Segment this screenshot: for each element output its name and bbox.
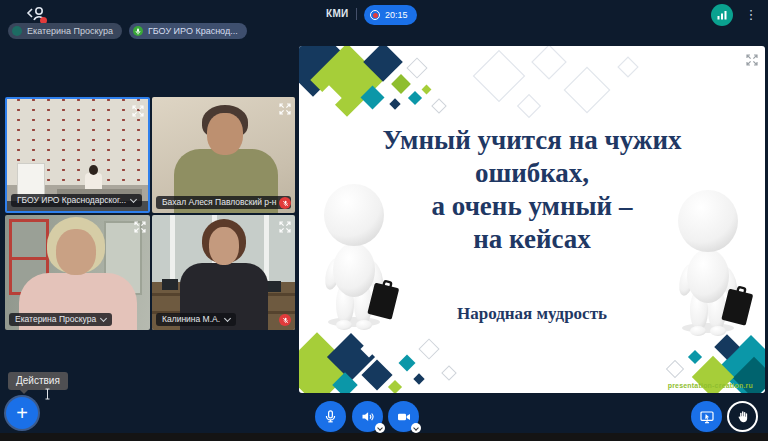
speaking-participant-pill[interactable]: ГБОУ ИРО Краснод...	[129, 23, 247, 39]
camera-options-chevron[interactable]	[411, 423, 421, 433]
pinned-participant-pills: Екатерина Проскура ГБОУ ИРО Краснод...	[8, 23, 247, 39]
video-tile-classroom[interactable]: ГБОУ ИРО Краснодарског...	[5, 97, 150, 213]
meeting-code: КМИ	[326, 8, 349, 19]
slide-subtitle: Народная мудрость	[299, 304, 765, 324]
pill-label: Екатерина Проскура	[27, 26, 113, 36]
participants-panel-button[interactable]	[26, 5, 52, 25]
participant-pill[interactable]: Екатерина Проскура	[8, 23, 122, 39]
taskbar-strip	[0, 433, 768, 441]
screen-share-icon	[699, 409, 715, 425]
screen-share-button[interactable]	[691, 401, 722, 432]
microphone-button[interactable]	[315, 401, 346, 432]
expand-tile-icon[interactable]	[279, 101, 291, 113]
slide-decoration-bottom-left	[299, 329, 489, 393]
expand-tile-icon[interactable]	[132, 103, 144, 115]
signal-bars-icon	[716, 9, 728, 21]
camera-icon	[396, 409, 412, 425]
video-tile-proskura[interactable]: Екатерина Проскура	[5, 215, 150, 330]
chevron-down-icon	[130, 195, 137, 202]
recording-indicator[interactable]: 20:15	[364, 5, 417, 25]
shared-presentation-slide[interactable]: Умный учится на чужих ошибках, а очень у…	[299, 46, 765, 393]
pill-label: ГБОУ ИРО Краснод...	[148, 26, 238, 36]
recording-dot-icon	[370, 10, 380, 20]
expand-tile-icon[interactable]	[134, 219, 146, 231]
slide-watermark: presentation-creation.ru	[668, 382, 753, 389]
recording-time: 20:15	[385, 10, 408, 20]
speaker-options-chevron[interactable]	[375, 423, 385, 433]
video-conference-app: Екатерина Проскура ГБОУ ИРО Краснод... К…	[0, 0, 768, 441]
mic-muted-icon	[279, 197, 291, 209]
slide-decoration-outlines	[459, 46, 679, 131]
speaker-icon	[360, 409, 375, 424]
participant-name-label[interactable]: Екатерина Проскура	[9, 313, 112, 326]
chevron-down-icon	[100, 314, 107, 321]
participant-name-label[interactable]: Бахал Алеся Павловский р-н	[156, 196, 291, 209]
raise-hand-button[interactable]	[727, 401, 758, 432]
chevron-down-icon	[224, 314, 231, 321]
participant-name-label[interactable]: ГБОУ ИРО Краснодарског...	[11, 194, 142, 207]
mic-muted-icon	[279, 314, 291, 326]
actions-tooltip: Действия	[8, 372, 68, 390]
connection-quality-button[interactable]	[711, 4, 733, 26]
more-menu-button[interactable]: ⋮	[742, 4, 760, 26]
topbar-divider	[356, 8, 357, 20]
text-cursor	[44, 388, 51, 400]
avatar	[12, 26, 22, 36]
speaker-button[interactable]	[352, 401, 383, 432]
slide-title: Умный учится на чужих ошибках, а очень у…	[299, 124, 765, 256]
participant-name-label[interactable]: Калинина М.А.	[156, 313, 236, 326]
mic-active-icon	[133, 26, 143, 36]
video-tile-kalinina[interactable]: Калинина М.А.	[152, 215, 295, 330]
video-tile-bahal[interactable]: Бахал Алеся Павловский р-н	[152, 97, 295, 213]
camera-button[interactable]	[388, 401, 419, 432]
expand-tile-icon[interactable]	[279, 219, 291, 231]
expand-slide-icon[interactable]	[746, 52, 758, 64]
microphone-icon	[323, 409, 338, 424]
actions-button[interactable]: +	[6, 397, 38, 429]
slide-decoration-top-left	[299, 46, 474, 126]
raise-hand-icon	[735, 409, 750, 424]
